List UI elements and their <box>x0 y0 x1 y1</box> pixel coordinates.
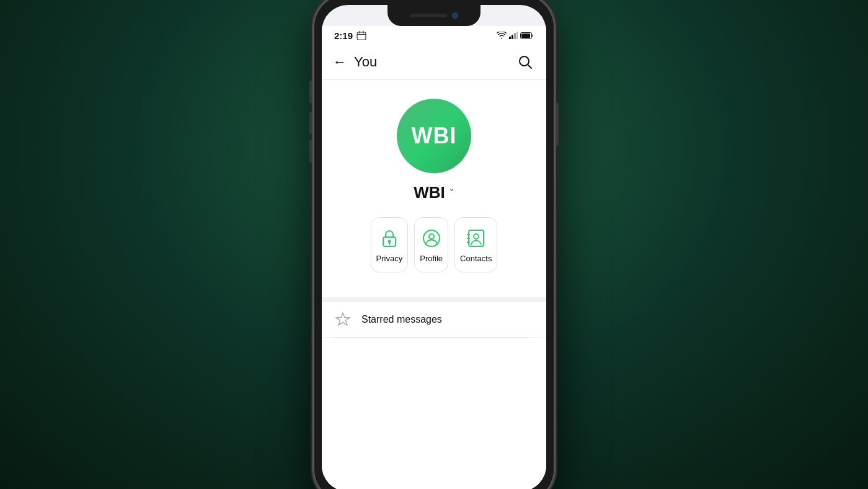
starred-messages-label: Starred messages <box>361 314 442 325</box>
privacy-label: Privacy <box>376 254 403 263</box>
username-row: WBI ˅ <box>414 183 454 202</box>
svg-rect-4 <box>509 37 511 39</box>
svg-rect-0 <box>357 32 366 40</box>
contacts-card[interactable]: Contacts <box>454 217 497 272</box>
svg-rect-9 <box>521 34 530 38</box>
divider <box>322 297 546 302</box>
back-button[interactable]: ← <box>333 54 347 70</box>
app-header: ← You <box>322 45 546 80</box>
speaker-grill <box>410 14 447 17</box>
svg-rect-5 <box>512 35 513 39</box>
chevron-down-icon[interactable]: ˅ <box>449 187 454 200</box>
battery-icon <box>520 32 534 39</box>
svg-line-11 <box>528 65 531 68</box>
svg-rect-6 <box>514 33 516 39</box>
svg-point-18 <box>474 234 479 239</box>
username-text: WBI <box>414 183 445 202</box>
svg-point-16 <box>429 234 434 239</box>
bottom-divider <box>334 338 534 338</box>
profile-label: Profile <box>420 254 443 263</box>
person-circle-icon <box>421 228 442 249</box>
background: 2:19 <box>0 0 868 489</box>
signal-icon <box>509 32 518 39</box>
privacy-card[interactable]: Privacy <box>371 217 409 272</box>
phone-frame: 2:19 <box>313 0 555 489</box>
profile-card[interactable]: Profile <box>414 217 448 272</box>
search-button[interactable] <box>515 52 535 72</box>
contacts-label: Contacts <box>460 254 492 263</box>
profile-section: WBI WBI ˅ <box>322 80 546 297</box>
status-icons-right <box>497 32 534 39</box>
page-title: You <box>354 54 377 70</box>
calendar-icon <box>356 31 366 40</box>
svg-rect-7 <box>516 32 518 39</box>
contacts-icon <box>466 228 487 249</box>
front-camera <box>452 12 458 19</box>
lock-icon <box>379 228 400 249</box>
starred-messages-item[interactable]: Starred messages <box>322 302 546 338</box>
avatar[interactable]: WBI <box>397 99 471 173</box>
wifi-icon <box>497 32 507 39</box>
avatar-initials: WBI <box>412 123 457 149</box>
action-cards: Privacy <box>361 217 508 272</box>
status-time: 2:19 <box>334 30 353 41</box>
star-icon <box>334 311 352 328</box>
status-bar: 2:19 <box>322 26 546 45</box>
app-content: ← You WBI <box>322 45 546 489</box>
phone-notch <box>388 5 480 26</box>
